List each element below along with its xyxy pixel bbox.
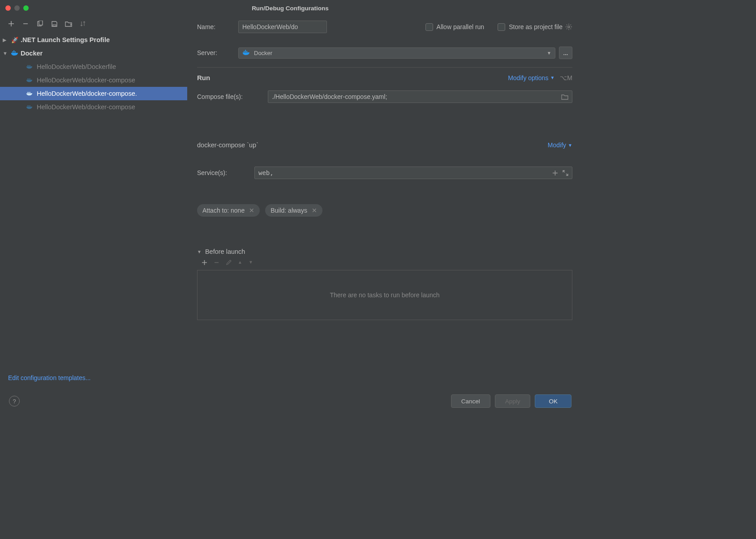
up-icon[interactable]: ▲ — [238, 260, 242, 265]
svg-rect-23 — [245, 50, 246, 51]
svg-rect-17 — [28, 106, 29, 107]
name-label: Name: — [197, 23, 238, 30]
checkbox-icon — [425, 23, 433, 31]
tree-node-net[interactable]: ▶ 🚀 .NET Launch Settings Profile — [0, 33, 187, 47]
copy-icon[interactable] — [36, 20, 44, 28]
chip-attach[interactable]: Attach to: none ✕ — [197, 204, 260, 217]
ellipsis-label: ... — [563, 50, 568, 56]
minimize-window-button[interactable] — [14, 5, 20, 11]
modify-options-label: Modify options — [508, 74, 548, 81]
tree-item[interactable]: HelloDockerWeb/docker-compose. — [0, 87, 187, 100]
modify-link[interactable]: Modify ▼ — [548, 141, 572, 149]
empty-message: There are no tasks to run before launch — [330, 291, 439, 299]
store-project-checkbox[interactable]: Store as project file — [498, 23, 563, 31]
svg-rect-1 — [39, 21, 43, 25]
svg-rect-7 — [27, 65, 28, 66]
help-icon[interactable]: ? — [9, 396, 20, 406]
folder-icon[interactable] — [561, 94, 568, 100]
window-controls — [5, 5, 29, 11]
before-launch-toolbar: ▲ ▼ — [197, 255, 572, 270]
before-launch-header[interactable]: ▼ Before launch — [197, 248, 572, 255]
services-input[interactable]: web, — [254, 167, 572, 179]
docker-icon — [242, 50, 250, 56]
apply-button[interactable]: Apply — [495, 394, 531, 408]
modify-label: Modify — [548, 141, 566, 149]
compose-files-input[interactable]: ./HelloDockerWeb/docker-compose.yaml; — [268, 90, 572, 103]
down-icon[interactable]: ▼ — [249, 260, 253, 265]
services-value: web, — [258, 169, 274, 176]
edit-templates-link[interactable]: Edit configuration templates... — [8, 374, 90, 381]
add-icon[interactable] — [7, 20, 15, 28]
name-input[interactable] — [238, 21, 327, 33]
tree-node-label: .NET Launch Settings Profile — [21, 36, 110, 43]
docker-icon — [26, 91, 33, 96]
titlebar: Run/Debug Configurations — [0, 0, 580, 16]
modify-options-link[interactable]: Modify options ▼ — [508, 74, 554, 81]
close-icon[interactable]: ✕ — [249, 207, 254, 214]
tree-item[interactable]: HelloDockerWeb/docker-compose — [0, 100, 187, 114]
server-label: Server: — [197, 49, 238, 56]
tree-item-label: HelloDockerWeb/docker-compose — [37, 77, 135, 84]
compose-label: Compose file(s): — [197, 93, 268, 100]
svg-rect-11 — [28, 79, 29, 80]
ok-button[interactable]: OK — [535, 394, 571, 408]
docker-icon — [11, 50, 19, 56]
close-icon[interactable]: ✕ — [312, 207, 317, 214]
chevron-down-icon: ▼ — [547, 51, 551, 56]
svg-rect-9 — [30, 65, 30, 66]
sidebar-toolbar — [0, 16, 187, 31]
svg-rect-18 — [30, 106, 30, 107]
docker-icon — [26, 104, 33, 110]
store-project-label: Store as project file — [509, 23, 563, 30]
sort-icon[interactable] — [79, 20, 87, 28]
footer: ? Cancel Apply OK — [0, 389, 580, 414]
sidebar: ▶ 🚀 .NET Launch Settings Profile ▼ Docke… — [0, 16, 187, 389]
chevron-down-icon: ▼ — [568, 143, 572, 148]
svg-rect-13 — [27, 92, 28, 93]
edit-icon[interactable] — [226, 260, 232, 265]
add-icon[interactable] — [202, 260, 207, 265]
chip-label: Attach to: none — [202, 207, 245, 214]
server-dropdown[interactable]: Docker ▼ — [238, 47, 555, 59]
svg-rect-20 — [244, 51, 245, 52]
allow-parallel-checkbox[interactable]: Allow parallel run — [425, 23, 485, 31]
shortcut-hint: ⌥M — [560, 74, 572, 81]
close-window-button[interactable] — [5, 5, 11, 11]
svg-rect-8 — [28, 65, 29, 66]
tree-node-docker[interactable]: ▼ Docker — [0, 47, 187, 60]
cancel-button[interactable]: Cancel — [451, 394, 490, 408]
tree-item-label: HelloDockerWeb/docker-compose — [37, 103, 135, 111]
config-tree: ▶ 🚀 .NET Launch Settings Profile ▼ Docke… — [0, 31, 187, 370]
remove-icon[interactable] — [21, 20, 30, 28]
tree-node-label: Docker — [21, 50, 43, 57]
gear-icon[interactable] — [565, 23, 572, 30]
checkbox-icon — [498, 23, 505, 31]
chevron-down-icon: ▼ — [197, 249, 202, 254]
tree-item-label: HelloDockerWeb/docker-compose. — [37, 90, 137, 97]
expand-icon[interactable] — [563, 170, 568, 176]
ellipsis-button[interactable]: ... — [559, 47, 572, 59]
docker-icon — [26, 77, 33, 83]
svg-rect-3 — [12, 51, 13, 52]
svg-rect-10 — [27, 79, 28, 80]
tree-item-label: HelloDockerWeb/Dockerfile — [37, 63, 116, 70]
svg-rect-6 — [13, 51, 14, 51]
services-label: Service(s): — [197, 169, 254, 176]
tree-item[interactable]: HelloDockerWeb/Dockerfile — [0, 60, 187, 73]
rocket-icon: 🚀 — [11, 37, 19, 43]
svg-rect-4 — [13, 51, 14, 52]
save-icon[interactable] — [50, 20, 58, 28]
allow-parallel-label: Allow parallel run — [437, 23, 485, 30]
chip-build[interactable]: Build: always ✕ — [265, 204, 322, 217]
remove-icon[interactable] — [214, 260, 219, 265]
zoom-window-button[interactable] — [23, 5, 29, 11]
chevron-right-icon: ▶ — [3, 37, 9, 43]
chip-label: Build: always — [271, 207, 307, 214]
run-section-title: Run — [197, 74, 210, 81]
divider — [197, 67, 572, 68]
plus-icon[interactable] — [552, 170, 558, 176]
tree-item[interactable]: HelloDockerWeb/docker-compose — [0, 73, 187, 87]
svg-rect-14 — [28, 92, 29, 93]
svg-rect-5 — [15, 51, 16, 52]
folder-icon[interactable] — [64, 20, 73, 28]
